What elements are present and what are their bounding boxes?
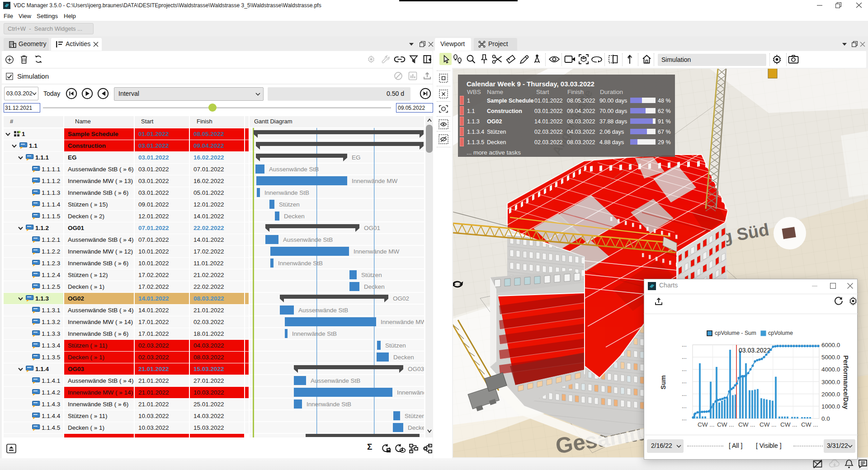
svg-text:3000.0: 3000.0: [821, 379, 840, 385]
svg-text:CW ...: CW ...: [801, 421, 818, 428]
svg-text:Decken: Decken: [393, 354, 414, 361]
svg-text:Innenwände MW: Innenwände MW: [381, 319, 424, 325]
svg-text:Innenwände StB: Innenwände StB: [292, 330, 337, 337]
svg-text:Innenwände StB: Innenwände StB: [278, 260, 323, 267]
svg-text:CW ...: CW ...: [717, 421, 734, 428]
svg-text:5000.0: 5000.0: [821, 354, 840, 361]
svg-text:Stützen: Stützen: [361, 272, 382, 278]
svg-text:CW ...: CW ...: [760, 421, 777, 428]
svg-text:...: ...: [682, 341, 687, 348]
svg-text:2000.0: 2000.0: [821, 391, 840, 398]
svg-text:0.0: 0.0: [821, 415, 830, 422]
svg-text:6000.0: 6000.0: [821, 342, 840, 348]
svg-text:Aussenwände StB: Aussenwände StB: [283, 236, 333, 243]
svg-text:CW ...: CW ...: [698, 421, 715, 428]
svg-text:1000.0: 1000.0: [821, 403, 840, 410]
svg-text:...: ...: [682, 353, 687, 360]
svg-text:03.03.2022: 03.03.2022: [739, 347, 770, 354]
svg-text:Decken: Decken: [364, 283, 385, 290]
svg-text:...: ...: [682, 366, 687, 372]
svg-text:Stützen: Stützen: [279, 201, 300, 208]
svg-text:4000.0: 4000.0: [821, 366, 840, 373]
svg-text:OG01: OG01: [364, 225, 380, 231]
svg-text:Innenwänd...: Innenwänd...: [397, 389, 424, 396]
svg-text:Aussenwände StB: Aussenwände StB: [298, 307, 348, 314]
svg-text:Innenwände MW: Innenwände MW: [352, 178, 398, 184]
svg-text:Sum: Sum: [660, 375, 667, 389]
svg-text:...: ...: [682, 403, 687, 409]
svg-text:Stützen: Stützen: [405, 413, 424, 419]
svg-text:Stützen: Stützen: [385, 342, 406, 349]
svg-text:Innenwände StB: Innenwände StB: [307, 401, 351, 408]
svg-text:Aussenwände StB: Aussenwände StB: [311, 377, 360, 384]
svg-text:...: ...: [682, 378, 687, 385]
svg-text:...: ...: [682, 390, 687, 397]
svg-text:Aussenwände StB: Aussenwände StB: [269, 166, 319, 173]
svg-text:Innenwände StB: Innenwände StB: [264, 189, 309, 196]
svg-text:CW ...: CW ...: [780, 421, 797, 428]
svg-text:Decken: Decken: [408, 424, 424, 431]
svg-text:...: ...: [682, 415, 687, 422]
svg-text:OG02: OG02: [393, 295, 409, 302]
svg-text:EG: EG: [352, 154, 361, 161]
svg-text:CW ...: CW ...: [738, 421, 755, 428]
svg-text:Performance/Day: Performance/Day: [842, 355, 849, 409]
svg-text:OG03: OG03: [408, 366, 424, 372]
svg-text:Innenwände MW: Innenwände MW: [354, 248, 400, 255]
svg-text:Decken: Decken: [284, 213, 305, 220]
